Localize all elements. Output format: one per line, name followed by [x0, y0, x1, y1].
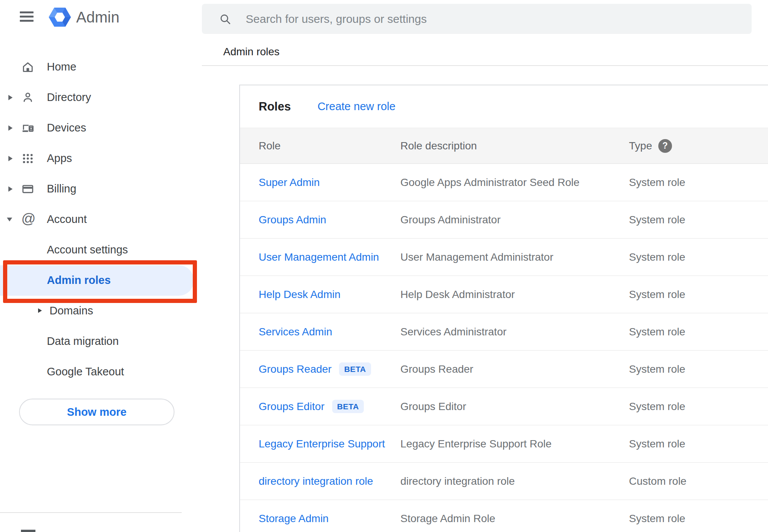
sidebar-item-label: Data migration [47, 335, 119, 348]
column-header-role: Role [259, 140, 400, 152]
table-row-groups-editor: Groups EditorBETAGroups EditorSystem rol… [240, 388, 768, 425]
role-type: Custom role [629, 475, 768, 487]
role-description: Groups Reader [400, 363, 629, 375]
column-header-type: Type ? [629, 139, 768, 153]
role-cell: Groups EditorBETA [259, 400, 400, 413]
breadcrumb-divider [202, 65, 768, 66]
chevron-down-icon[interactable] [7, 218, 12, 221]
person-icon [21, 91, 34, 104]
role-link[interactable]: Groups Reader [259, 363, 331, 375]
sidebar-item-home[interactable]: Home [0, 52, 202, 82]
role-link[interactable]: directory integration role [259, 475, 373, 487]
role-type: System role [629, 326, 768, 338]
role-type: System role [629, 363, 768, 375]
role-link[interactable]: Groups Admin [259, 214, 326, 226]
role-cell: Groups ReaderBETA [259, 362, 400, 376]
app-title: Admin [76, 8, 119, 27]
role-cell: User Management Admin [259, 251, 400, 263]
role-cell: Help Desk Admin [259, 288, 400, 301]
role-type: System role [629, 438, 768, 450]
role-cell: directory integration role [259, 475, 400, 487]
chevron-right-icon[interactable] [38, 308, 42, 313]
sidebar-item-label: Billing [47, 183, 76, 195]
table-row-directory-integration-role: directory integration roledirectory inte… [240, 463, 768, 500]
sidebar-item-account-settings[interactable]: Account settings [0, 235, 202, 265]
role-link[interactable]: User Management Admin [259, 251, 379, 263]
role-link[interactable]: Storage Admin [259, 513, 329, 525]
role-description: Google Apps Administrator Seed Role [400, 176, 629, 189]
chevron-right-icon[interactable] [8, 125, 13, 131]
credit-card-icon [21, 183, 34, 195]
sidebar-bottom-divider [0, 512, 182, 513]
role-description: Legacy Enterprise Support Role [400, 438, 629, 450]
create-new-role-link[interactable]: Create new role [317, 100, 395, 113]
search-input[interactable]: Search for users, groups or settings [202, 4, 752, 34]
sidebar-item-label: Domains [50, 304, 93, 317]
table-row-help-desk-admin: Help Desk AdminHelp Desk AdministratorSy… [240, 276, 768, 313]
sidebar-item-label: Home [47, 61, 76, 73]
role-type: System role [629, 251, 768, 263]
sidebar-nav: HomeDirectoryDevicesAppsBilling@AccountA… [0, 52, 202, 425]
apps-grid-icon [21, 152, 34, 165]
beta-badge: BETA [332, 400, 364, 413]
chevron-right-icon[interactable] [8, 156, 13, 161]
role-description: User Management Administrator [400, 251, 629, 263]
hamburger-menu-icon[interactable] [20, 11, 34, 22]
chevron-right-icon[interactable] [8, 186, 13, 192]
table-row-services-admin: Services AdminServices AdministratorSyst… [240, 313, 768, 351]
admin-logo-icon[interactable] [49, 6, 71, 28]
roles-card-header: Roles Create new role [240, 85, 768, 128]
beta-badge: BETA [339, 362, 371, 376]
role-cell: Services Admin [259, 326, 400, 338]
column-header-description: Role description [400, 140, 629, 152]
sidebar-item-label: Account settings [47, 244, 128, 256]
role-link[interactable]: Services Admin [259, 326, 332, 338]
sidebar-item-label: Account [47, 213, 87, 226]
role-type: System role [629, 401, 768, 413]
sidebar-item-label: Google Takeout [47, 365, 124, 378]
show-more-button[interactable]: Show more [19, 399, 174, 425]
role-description: Storage Admin Role [400, 513, 629, 525]
at-sign-icon: @ [21, 212, 34, 225]
role-type: System role [629, 214, 768, 226]
home-icon [21, 61, 34, 74]
roles-title: Roles [259, 100, 291, 114]
roles-card: Roles Create new role Role Role descript… [239, 85, 768, 532]
help-icon[interactable]: ? [658, 139, 672, 153]
role-type: System role [629, 176, 768, 189]
sidebar-item-billing[interactable]: Billing [0, 174, 202, 204]
role-link[interactable]: Super Admin [259, 176, 320, 189]
role-link[interactable]: Help Desk Admin [259, 288, 341, 301]
table-row-legacy-enterprise-support: Legacy Enterprise SupportLegacy Enterpri… [240, 425, 768, 463]
breadcrumb: Admin roles [223, 46, 280, 58]
sidebar-item-data-migration[interactable]: Data migration [0, 326, 202, 357]
sidebar-item-label: Devices [47, 122, 86, 134]
role-cell: Storage Admin [259, 513, 400, 525]
role-link[interactable]: Legacy Enterprise Support [259, 438, 385, 450]
sidebar-item-apps[interactable]: Apps [0, 143, 202, 174]
table-row-user-management-admin: User Management AdminUser Management Adm… [240, 239, 768, 276]
sidebar-item-domains[interactable]: Domains [0, 296, 202, 326]
table-row-super-admin: Super AdminGoogle Apps Administrator See… [240, 164, 768, 201]
table-row-storage-admin: Storage AdminStorage Admin RoleSystem ro… [240, 500, 768, 532]
role-link[interactable]: Groups Editor [259, 401, 325, 413]
sidebar-item-label: Directory [47, 91, 91, 104]
chevron-right-icon[interactable] [8, 95, 13, 100]
sidebar-item-label: Apps [47, 152, 72, 165]
sidebar-item-admin-roles[interactable]: Admin roles [0, 265, 202, 296]
admin-console-page: { "app": { "logo_text": "Admin", "colors… [0, 0, 768, 532]
main-area: Search for users, groups or settings Adm… [202, 0, 768, 532]
sidebar-item-google-takeout[interactable]: Google Takeout [0, 357, 202, 387]
role-description: Groups Administrator [400, 214, 629, 226]
sidebar-item-devices[interactable]: Devices [0, 113, 202, 143]
show-more-label: Show more [67, 406, 126, 418]
role-description: Groups Editor [400, 401, 629, 413]
roles-table-body: Super AdminGoogle Apps Administrator See… [240, 164, 768, 532]
sidebar-item-directory[interactable]: Directory [0, 82, 202, 113]
devices-icon [21, 122, 34, 135]
sidebar-item-account[interactable]: @Account [0, 204, 202, 235]
sidebar: Admin HomeDirectoryDevicesAppsBilling@Ac… [0, 0, 202, 532]
cut-off-bottom-icon [21, 530, 35, 532]
search-placeholder: Search for users, groups or settings [246, 13, 427, 26]
role-description: directory integration role [400, 475, 629, 487]
